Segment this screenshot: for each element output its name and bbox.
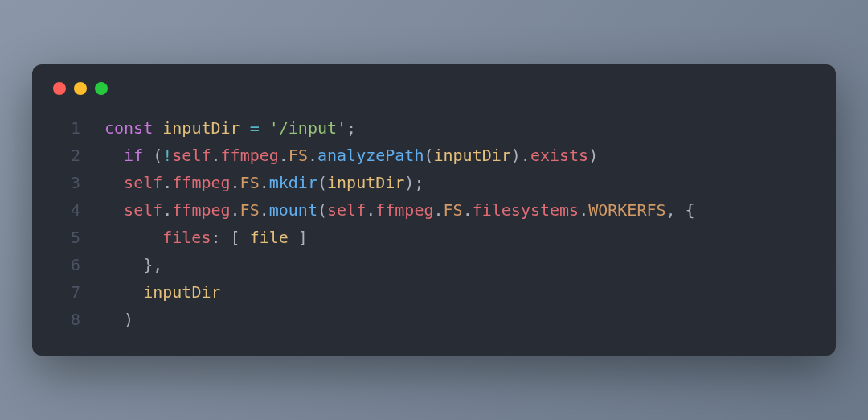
code-token: filesystems: [473, 200, 579, 220]
code-token: mount: [269, 200, 317, 220]
line-content: self.ffmpeg.FS.mkdir(inputDir);: [104, 169, 815, 196]
line-content: if (!self.ffmpeg.FS.analyzePath(inputDir…: [104, 142, 815, 169]
code-token: .: [463, 200, 473, 220]
code-token: ffmpeg: [221, 146, 279, 165]
line-content: ): [104, 306, 815, 333]
line-number: 2: [53, 142, 80, 169]
code-token: (: [317, 200, 327, 220]
code-token: analyzePath: [317, 146, 424, 165]
code-token: mkdir: [269, 173, 317, 192]
line-content: files: [ file ]: [104, 224, 815, 251]
code-token: ffmpeg: [172, 173, 230, 192]
code-token: , {: [666, 200, 695, 220]
code-token: inputDir: [433, 146, 510, 165]
code-line: 2 if (!self.ffmpeg.FS.analyzePath(inputD…: [53, 142, 815, 169]
line-number: 7: [53, 278, 80, 306]
code-token: =: [250, 118, 260, 138]
zoom-dot[interactable]: [95, 82, 108, 95]
code-token: (: [143, 146, 162, 165]
code-token: [260, 118, 269, 138]
code-token: if: [124, 146, 143, 165]
code-line: 7 inputDir: [53, 278, 815, 306]
close-dot[interactable]: [53, 82, 66, 95]
code-token: [104, 200, 124, 220]
code-token: .: [231, 200, 240, 220]
code-token: (: [317, 173, 327, 192]
code-token: ffmpeg: [375, 200, 433, 220]
code-token: ).: [511, 146, 530, 165]
code-token: ;: [346, 118, 356, 138]
line-number: 3: [53, 169, 80, 196]
code-token: .: [231, 173, 240, 192]
code-line: 6 },: [53, 251, 815, 278]
code-token: .: [579, 200, 588, 220]
code-line: 3 self.ffmpeg.FS.mkdir(inputDir);: [53, 169, 815, 196]
code-token: const: [104, 118, 153, 138]
code-token: self: [124, 173, 162, 192]
code-token: file: [250, 228, 289, 247]
line-number: 6: [53, 251, 80, 278]
code-token: ): [104, 310, 133, 329]
code-token: FS: [289, 146, 308, 165]
code-token: .: [162, 173, 172, 192]
code-token: [104, 228, 162, 247]
line-number: 1: [53, 114, 80, 142]
code-token: ]: [289, 228, 308, 247]
line-content: inputDir: [104, 278, 815, 306]
code-token: [240, 118, 250, 138]
code-token: ffmpeg: [172, 200, 230, 220]
code-token: .: [279, 146, 289, 165]
code-token: FS: [444, 200, 463, 220]
line-number: 5: [53, 224, 80, 251]
code-token: .: [260, 200, 269, 220]
window-titlebar: [53, 82, 815, 95]
code-token: [104, 282, 143, 302]
code-token: FS: [240, 200, 260, 220]
code-token: .: [162, 200, 172, 220]
code-token: [104, 146, 124, 165]
code-line: 4 self.ffmpeg.FS.mount(self.ffmpeg.FS.fi…: [53, 196, 815, 224]
code-window: 1const inputDir = '/input';2 if (!self.f…: [32, 64, 836, 356]
code-token: exists: [530, 146, 588, 165]
code-token: },: [104, 255, 162, 274]
code-token: '/input': [269, 118, 346, 138]
code-token: .: [366, 200, 375, 220]
code-token: );: [404, 173, 424, 192]
line-number: 4: [53, 196, 80, 224]
line-number: 8: [53, 306, 80, 333]
code-token: self: [172, 146, 211, 165]
code-token: ): [588, 146, 598, 165]
code-token: (: [424, 146, 433, 165]
code-token: [104, 173, 124, 192]
code-token: .: [433, 200, 443, 220]
code-line: 5 files: [ file ]: [53, 224, 815, 251]
code-token: FS: [240, 173, 260, 192]
code-token: !: [162, 146, 172, 165]
code-token: .: [211, 146, 221, 165]
code-token: .: [260, 173, 269, 192]
code-token: : [: [211, 228, 249, 247]
code-token: WORKERFS: [588, 200, 665, 220]
code-token: [153, 118, 162, 138]
code-token: self: [327, 200, 366, 220]
code-token: inputDir: [327, 173, 404, 192]
line-content: const inputDir = '/input';: [104, 114, 815, 142]
code-line: 1const inputDir = '/input';: [53, 114, 815, 142]
code-line: 8 ): [53, 306, 815, 333]
code-block: 1const inputDir = '/input';2 if (!self.f…: [53, 114, 815, 333]
line-content: },: [104, 251, 815, 278]
code-token: self: [124, 200, 162, 220]
code-token: inputDir: [162, 118, 240, 138]
code-token: .: [308, 146, 317, 165]
line-content: self.ffmpeg.FS.mount(self.ffmpeg.FS.file…: [104, 196, 815, 224]
code-token: files: [162, 228, 211, 247]
minimize-dot[interactable]: [74, 82, 87, 95]
code-token: inputDir: [143, 282, 220, 302]
